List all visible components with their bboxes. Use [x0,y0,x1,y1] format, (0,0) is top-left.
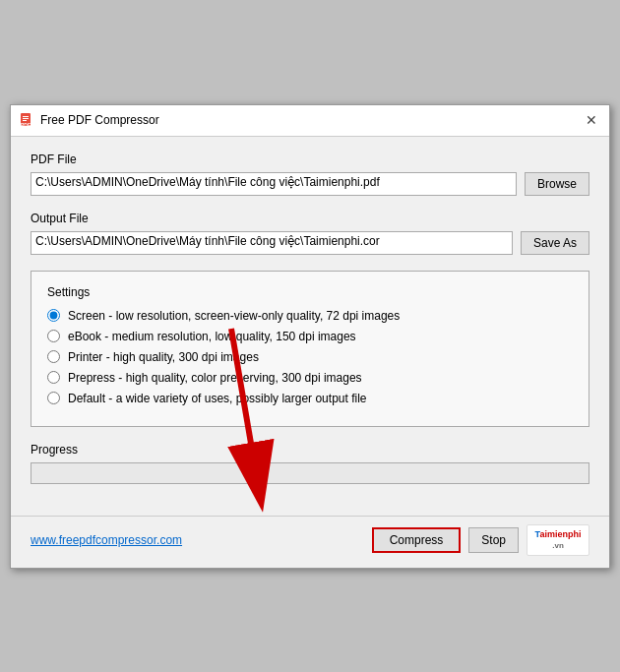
settings-option-4[interactable]: Prepress - high quality, color preservin… [47,371,573,385]
stop-button[interactable]: Stop [468,527,519,553]
radio-prepress[interactable] [47,371,60,384]
output-file-input[interactable]: C:\Users\ADMIN\OneDrive\Máy tính\File cô… [31,231,513,255]
radio-default[interactable] [47,392,60,404]
pdf-file-input[interactable]: C:\Users\ADMIN\OneDrive\Máy tính\File cô… [31,172,517,196]
progress-label: Progress [31,443,589,457]
settings-option-3-label: Printer - high quality, 300 dpi images [68,350,259,364]
footer-wrapper: www.freepdfcompressor.com Compress Stop … [11,516,609,568]
titlebar-left: PDF Free PDF Compressor [19,112,159,128]
settings-option-5[interactable]: Default - a wide variety of uses, possib… [47,392,573,405]
radio-printer[interactable] [47,350,60,363]
logo-text: Taimienphi.vn [535,529,582,551]
svg-rect-1 [23,116,29,117]
svg-text:PDF: PDF [21,122,31,128]
pdf-file-row: C:\Users\ADMIN\OneDrive\Máy tính\File cô… [31,172,589,196]
progress-section: Progress [31,443,589,484]
settings-option-5-label: Default - a wide variety of uses, possib… [68,392,366,405]
pdf-file-label: PDF File [31,153,589,166]
svg-rect-3 [23,120,27,121]
settings-box: Settings Screen - low resolution, screen… [31,271,589,427]
progress-bar-container [31,462,589,484]
settings-option-4-label: Prepress - high quality, color preservin… [68,371,362,385]
main-content: PDF File C:\Users\ADMIN\OneDrive\Máy tín… [11,137,609,516]
settings-option-3[interactable]: Printer - high quality, 300 dpi images [47,350,573,364]
settings-option-2-label: eBook - medium resolution, low quality, … [68,330,356,343]
settings-label: Settings [47,285,573,299]
settings-option-1-label: Screen - low resolution, screen-view-onl… [68,309,400,323]
radio-ebook[interactable] [47,330,60,342]
output-file-label: Output File [31,212,589,225]
footer: www.freepdfcompressor.com Compress Stop … [11,516,609,568]
settings-option-1[interactable]: Screen - low resolution, screen-view-onl… [47,309,573,323]
output-file-row: C:\Users\ADMIN\OneDrive\Máy tính\File cô… [31,231,589,255]
app-icon: PDF [19,112,34,128]
close-window-button[interactable]: ✕ [582,110,601,130]
compress-button[interactable]: Compress [372,527,462,553]
settings-option-2[interactable]: eBook - medium resolution, low quality, … [47,330,573,343]
save-as-button[interactable]: Save As [521,231,589,255]
radio-screen[interactable] [47,309,60,322]
browse-button[interactable]: Browse [525,172,589,196]
main-window: PDF Free PDF Compressor ✕ PDF File C:\Us… [10,104,610,569]
footer-buttons: Compress Stop Taimienphi.vn [372,524,589,556]
window-title: Free PDF Compressor [40,113,159,127]
svg-rect-2 [23,118,29,119]
titlebar: PDF Free PDF Compressor ✕ [11,105,609,137]
logo-badge: Taimienphi.vn [527,524,589,556]
website-link[interactable]: www.freepdfcompressor.com [31,533,182,547]
